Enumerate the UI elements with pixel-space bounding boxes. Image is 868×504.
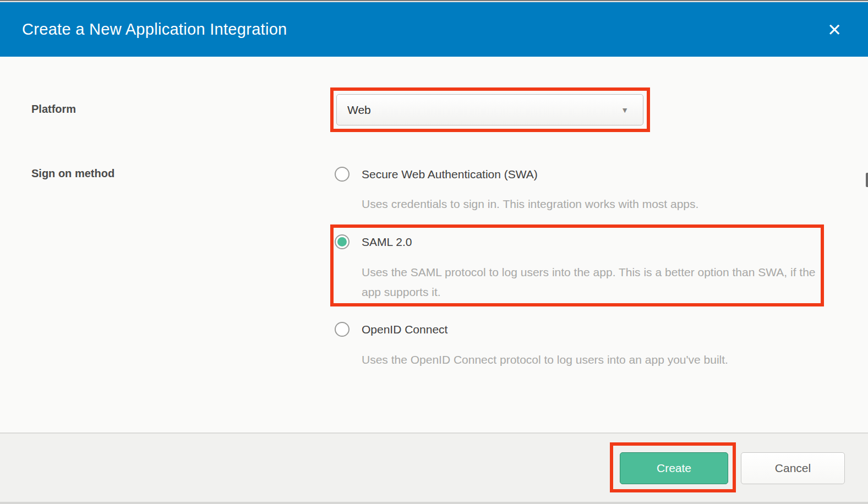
- modal-footer: Create Cancel: [0, 432, 868, 502]
- radio-dot-openid: [337, 325, 347, 334]
- bottom-edge-strip: [0, 502, 868, 504]
- option-description-openid: Uses the OpenID Connect protocol to log …: [362, 350, 816, 370]
- modal-title: Create a New Application Integration: [22, 20, 287, 39]
- modal-header: Create a New Application Integration ✕: [0, 2, 868, 57]
- platform-select[interactable]: Web ▼: [336, 94, 643, 125]
- option-description-saml: Uses the SAML protocol to log users into…: [362, 262, 816, 302]
- radio-button-openid[interactable]: [335, 322, 350, 337]
- sign-on-method-label: Sign on method: [31, 167, 114, 180]
- option-label-saml[interactable]: SAML 2.0: [362, 235, 412, 249]
- option-label-swa[interactable]: Secure Web Authentication (SWA): [362, 168, 538, 181]
- radio-dot-swa: [337, 169, 347, 179]
- radio-button-swa[interactable]: [335, 167, 350, 182]
- option-description-swa: Uses credentials to sign in. This integr…: [362, 194, 816, 214]
- option-label-openid[interactable]: OpenID Connect: [362, 323, 447, 336]
- create-button[interactable]: Create: [620, 452, 728, 484]
- close-icon[interactable]: ✕: [827, 21, 842, 38]
- platform-label: Platform: [31, 103, 76, 116]
- radio-button-saml[interactable]: [335, 234, 350, 249]
- radio-dot-saml: [337, 237, 347, 246]
- chevron-down-icon: ▼: [621, 106, 629, 114]
- scrollbar-fragment: [866, 173, 868, 187]
- create-app-integration-modal: Create a New Application Integration ✕ P…: [0, 0, 868, 504]
- platform-select-value: Web: [347, 103, 371, 117]
- cancel-button[interactable]: Cancel: [741, 452, 845, 484]
